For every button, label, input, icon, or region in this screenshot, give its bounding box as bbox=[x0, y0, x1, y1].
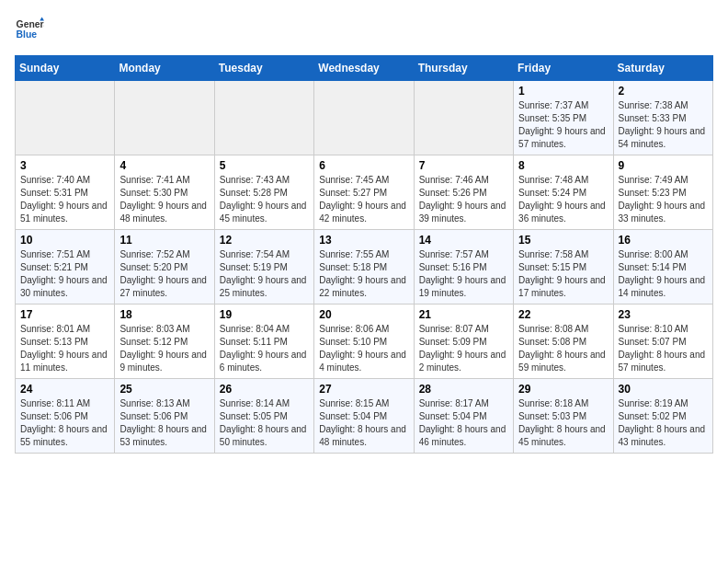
day-cell: 17Sunrise: 8:01 AM Sunset: 5:13 PM Dayli… bbox=[16, 304, 115, 379]
day-cell bbox=[214, 81, 313, 155]
day-number: 22 bbox=[518, 308, 608, 321]
day-cell: 28Sunrise: 8:17 AM Sunset: 5:04 PM Dayli… bbox=[414, 379, 513, 454]
day-cell: 20Sunrise: 8:06 AM Sunset: 5:10 PM Dayli… bbox=[314, 304, 414, 379]
day-info: Sunrise: 7:37 AM Sunset: 5:35 PM Dayligh… bbox=[518, 99, 608, 151]
day-header-wednesday: Wednesday bbox=[314, 56, 414, 81]
day-cell: 26Sunrise: 8:14 AM Sunset: 5:05 PM Dayli… bbox=[214, 379, 313, 454]
day-cell: 24Sunrise: 8:11 AM Sunset: 5:06 PM Dayli… bbox=[16, 379, 115, 454]
day-number: 21 bbox=[419, 308, 508, 321]
day-number: 3 bbox=[20, 159, 109, 172]
day-info: Sunrise: 8:19 AM Sunset: 5:02 PM Dayligh… bbox=[619, 397, 708, 449]
day-number: 6 bbox=[319, 159, 408, 172]
day-info: Sunrise: 8:08 AM Sunset: 5:08 PM Dayligh… bbox=[518, 323, 608, 374]
day-info: Sunrise: 7:38 AM Sunset: 5:33 PM Dayligh… bbox=[619, 99, 708, 151]
day-number: 7 bbox=[419, 159, 508, 172]
day-header-friday: Friday bbox=[514, 56, 613, 81]
day-number: 29 bbox=[518, 383, 608, 396]
week-row-1: 1Sunrise: 7:37 AM Sunset: 5:35 PM Daylig… bbox=[16, 81, 713, 155]
day-cell: 27Sunrise: 8:15 AM Sunset: 5:04 PM Dayli… bbox=[314, 379, 414, 454]
day-cell: 16Sunrise: 8:00 AM Sunset: 5:14 PM Dayli… bbox=[613, 230, 712, 304]
day-number: 10 bbox=[20, 234, 109, 247]
day-info: Sunrise: 8:03 AM Sunset: 5:12 PM Dayligh… bbox=[119, 323, 209, 374]
day-cell: 21Sunrise: 8:07 AM Sunset: 5:09 PM Dayli… bbox=[414, 304, 513, 379]
day-number: 18 bbox=[119, 308, 209, 321]
day-header-thursday: Thursday bbox=[414, 56, 513, 81]
day-number: 28 bbox=[419, 383, 508, 396]
svg-marker-2 bbox=[40, 17, 44, 20]
day-info: Sunrise: 7:46 AM Sunset: 5:26 PM Dayligh… bbox=[419, 174, 508, 225]
day-info: Sunrise: 8:17 AM Sunset: 5:04 PM Dayligh… bbox=[419, 397, 508, 449]
day-cell: 13Sunrise: 7:55 AM Sunset: 5:18 PM Dayli… bbox=[314, 230, 414, 304]
day-cell: 14Sunrise: 7:57 AM Sunset: 5:16 PM Dayli… bbox=[414, 230, 513, 304]
day-number: 16 bbox=[619, 234, 708, 247]
svg-text:Blue: Blue bbox=[17, 29, 38, 40]
day-number: 26 bbox=[220, 383, 309, 396]
header: General Blue bbox=[15, 15, 713, 44]
day-number: 19 bbox=[220, 308, 309, 321]
day-cell: 6Sunrise: 7:45 AM Sunset: 5:27 PM Daylig… bbox=[314, 155, 414, 230]
day-number: 4 bbox=[119, 159, 209, 172]
day-number: 27 bbox=[319, 383, 408, 396]
day-cell bbox=[314, 81, 414, 155]
day-info: Sunrise: 7:48 AM Sunset: 5:24 PM Dayligh… bbox=[518, 174, 608, 225]
day-number: 20 bbox=[319, 308, 408, 321]
day-number: 14 bbox=[419, 234, 508, 247]
day-cell: 18Sunrise: 8:03 AM Sunset: 5:12 PM Dayli… bbox=[115, 304, 214, 379]
week-row-2: 3Sunrise: 7:40 AM Sunset: 5:31 PM Daylig… bbox=[16, 155, 713, 230]
day-info: Sunrise: 7:57 AM Sunset: 5:16 PM Dayligh… bbox=[419, 248, 508, 300]
day-info: Sunrise: 7:54 AM Sunset: 5:19 PM Dayligh… bbox=[220, 248, 309, 300]
day-number: 30 bbox=[619, 383, 708, 396]
day-info: Sunrise: 8:01 AM Sunset: 5:13 PM Dayligh… bbox=[20, 323, 109, 374]
day-header-sunday: Sunday bbox=[16, 56, 115, 81]
day-info: Sunrise: 7:43 AM Sunset: 5:28 PM Dayligh… bbox=[220, 174, 309, 225]
day-number: 2 bbox=[619, 85, 708, 98]
svg-text:General: General bbox=[17, 19, 44, 29]
day-cell: 7Sunrise: 7:46 AM Sunset: 5:26 PM Daylig… bbox=[414, 155, 513, 230]
day-cell: 30Sunrise: 8:19 AM Sunset: 5:02 PM Dayli… bbox=[613, 379, 712, 454]
day-info: Sunrise: 7:41 AM Sunset: 5:30 PM Dayligh… bbox=[119, 174, 209, 225]
day-info: Sunrise: 8:10 AM Sunset: 5:07 PM Dayligh… bbox=[619, 323, 708, 374]
day-header-saturday: Saturday bbox=[613, 56, 712, 81]
day-number: 12 bbox=[220, 234, 309, 247]
week-row-5: 24Sunrise: 8:11 AM Sunset: 5:06 PM Dayli… bbox=[16, 379, 713, 454]
day-cell: 1Sunrise: 7:37 AM Sunset: 5:35 PM Daylig… bbox=[514, 81, 613, 155]
day-info: Sunrise: 7:58 AM Sunset: 5:15 PM Dayligh… bbox=[518, 248, 608, 300]
day-number: 15 bbox=[518, 234, 608, 247]
day-info: Sunrise: 7:40 AM Sunset: 5:31 PM Dayligh… bbox=[20, 174, 109, 225]
day-cell: 8Sunrise: 7:48 AM Sunset: 5:24 PM Daylig… bbox=[514, 155, 613, 230]
day-cell bbox=[16, 81, 115, 155]
day-number: 1 bbox=[518, 85, 608, 98]
day-cell: 15Sunrise: 7:58 AM Sunset: 5:15 PM Dayli… bbox=[514, 230, 613, 304]
day-cell bbox=[414, 81, 513, 155]
day-info: Sunrise: 8:07 AM Sunset: 5:09 PM Dayligh… bbox=[419, 323, 508, 374]
day-cell: 5Sunrise: 7:43 AM Sunset: 5:28 PM Daylig… bbox=[214, 155, 313, 230]
day-cell: 12Sunrise: 7:54 AM Sunset: 5:19 PM Dayli… bbox=[214, 230, 313, 304]
day-header-tuesday: Tuesday bbox=[214, 56, 313, 81]
day-cell: 22Sunrise: 8:08 AM Sunset: 5:08 PM Dayli… bbox=[514, 304, 613, 379]
day-cell: 10Sunrise: 7:51 AM Sunset: 5:21 PM Dayli… bbox=[16, 230, 115, 304]
day-info: Sunrise: 8:15 AM Sunset: 5:04 PM Dayligh… bbox=[319, 397, 408, 449]
logo-icon: General Blue bbox=[15, 15, 44, 44]
day-cell: 3Sunrise: 7:40 AM Sunset: 5:31 PM Daylig… bbox=[16, 155, 115, 230]
day-info: Sunrise: 8:04 AM Sunset: 5:11 PM Dayligh… bbox=[220, 323, 309, 374]
calendar-table: SundayMondayTuesdayWednesdayThursdayFrid… bbox=[15, 55, 713, 454]
day-cell: 25Sunrise: 8:13 AM Sunset: 5:06 PM Dayli… bbox=[115, 379, 214, 454]
day-cell: 4Sunrise: 7:41 AM Sunset: 5:30 PM Daylig… bbox=[115, 155, 214, 230]
day-info: Sunrise: 8:13 AM Sunset: 5:06 PM Dayligh… bbox=[119, 397, 209, 449]
day-number: 5 bbox=[220, 159, 309, 172]
day-info: Sunrise: 7:51 AM Sunset: 5:21 PM Dayligh… bbox=[20, 248, 109, 300]
day-cell: 23Sunrise: 8:10 AM Sunset: 5:07 PM Dayli… bbox=[613, 304, 712, 379]
week-row-3: 10Sunrise: 7:51 AM Sunset: 5:21 PM Dayli… bbox=[16, 230, 713, 304]
day-cell bbox=[115, 81, 214, 155]
day-info: Sunrise: 8:11 AM Sunset: 5:06 PM Dayligh… bbox=[20, 397, 109, 449]
day-info: Sunrise: 7:55 AM Sunset: 5:18 PM Dayligh… bbox=[319, 248, 408, 300]
day-info: Sunrise: 8:00 AM Sunset: 5:14 PM Dayligh… bbox=[619, 248, 708, 300]
day-number: 8 bbox=[518, 159, 608, 172]
day-cell: 19Sunrise: 8:04 AM Sunset: 5:11 PM Dayli… bbox=[214, 304, 313, 379]
day-cell: 2Sunrise: 7:38 AM Sunset: 5:33 PM Daylig… bbox=[613, 81, 712, 155]
day-number: 17 bbox=[20, 308, 109, 321]
day-number: 9 bbox=[619, 159, 708, 172]
day-number: 24 bbox=[20, 383, 109, 396]
header-row: SundayMondayTuesdayWednesdayThursdayFrid… bbox=[16, 56, 713, 81]
day-info: Sunrise: 8:18 AM Sunset: 5:03 PM Dayligh… bbox=[518, 397, 608, 449]
